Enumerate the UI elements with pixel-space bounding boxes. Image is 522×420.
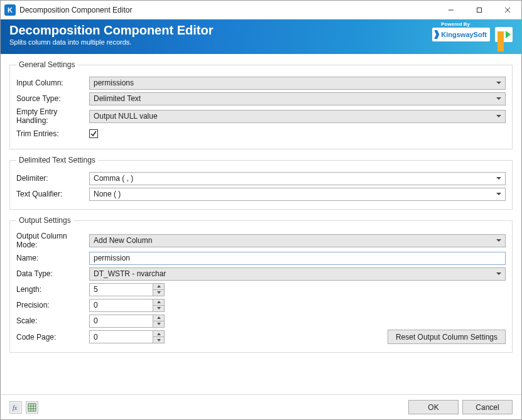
code-page-label: Code Page: xyxy=(16,333,89,342)
length-value: 5 xyxy=(90,284,153,296)
minimize-button[interactable] xyxy=(437,1,465,19)
close-icon xyxy=(504,7,511,13)
svg-rect-14 xyxy=(28,404,36,411)
output-settings-group: Output Settings Output Column Mode: Add … xyxy=(9,216,513,353)
ok-label: OK xyxy=(428,403,438,412)
source-type-value: Delimited Text xyxy=(94,94,141,103)
input-column-label: Input Column: xyxy=(16,78,89,87)
row-length: Length: 5 xyxy=(16,283,506,296)
code-page-value: 0 xyxy=(90,331,153,343)
svg-marker-7 xyxy=(157,307,161,310)
row-output-name: Name: permission xyxy=(16,251,506,265)
output-name-value: permission xyxy=(94,254,130,262)
close-button[interactable] xyxy=(493,1,521,19)
general-settings-legend: General Settings xyxy=(16,60,77,69)
banner-title: Decomposition Component Editor xyxy=(9,23,213,37)
output-mode-select[interactable]: Add New Column xyxy=(89,234,506,247)
svg-marker-9 xyxy=(157,323,161,325)
empty-handling-label: Empty Entry Handling: xyxy=(16,107,89,125)
trim-entries-label: Trim Entries: xyxy=(16,129,89,138)
row-output-mode: Output Column Mode: Add New Column xyxy=(16,232,506,249)
svg-marker-6 xyxy=(157,301,161,303)
reset-output-label: Reset Output Column Settings xyxy=(396,333,498,342)
code-page-spinner[interactable]: 0 xyxy=(89,330,165,343)
length-up-button[interactable] xyxy=(153,284,164,290)
svg-rect-1 xyxy=(477,8,481,12)
banner-right: Powered By KingswaySoft xyxy=(432,27,513,42)
scale-down-button[interactable] xyxy=(153,321,164,327)
data-type-label: Data Type: xyxy=(16,269,89,278)
brand-name: KingswaySoft xyxy=(441,31,487,38)
data-type-select[interactable]: DT_WSTR - nvarchar xyxy=(89,267,506,281)
window-title: Decomposition Component Editor xyxy=(19,6,437,14)
titlebar: K Decomposition Component Editor xyxy=(1,1,521,19)
output-settings-legend: Output Settings xyxy=(16,216,73,225)
precision-label: Precision: xyxy=(16,301,89,310)
app-icon-letter: K xyxy=(8,6,13,14)
precision-up-button[interactable] xyxy=(153,299,164,306)
brand-logo: Powered By KingswaySoft xyxy=(432,28,490,41)
cancel-label: Cancel xyxy=(476,403,499,412)
code-page-up-button[interactable] xyxy=(153,331,164,337)
length-down-button[interactable] xyxy=(153,290,164,296)
precision-down-button[interactable] xyxy=(153,306,164,311)
row-delimiter: Delimiter: Comma ( , ) xyxy=(16,171,506,185)
qualifier-select[interactable]: None ( ) xyxy=(89,188,506,201)
output-name-input[interactable]: permission xyxy=(89,252,506,265)
check-icon xyxy=(90,131,97,137)
scale-spinner[interactable]: 0 xyxy=(89,315,165,328)
delimiter-label: Delimiter: xyxy=(16,174,89,183)
input-column-select[interactable]: permissions xyxy=(89,77,506,90)
svg-marker-4 xyxy=(157,285,161,288)
grid-icon xyxy=(28,403,36,412)
row-qualifier: Text Qualifier: None ( ) xyxy=(16,187,506,201)
output-name-label: Name: xyxy=(16,254,89,262)
header-banner: Decomposition Component Editor Splits co… xyxy=(1,19,521,54)
input-column-value: permissions xyxy=(94,78,134,87)
scale-up-button[interactable] xyxy=(153,315,164,321)
cancel-button[interactable]: Cancel xyxy=(462,400,513,414)
chevron-down-icon xyxy=(157,307,161,310)
precision-spinner[interactable]: 0 xyxy=(89,299,165,312)
delimited-settings-legend: Delimited Text Settings xyxy=(16,156,98,164)
scale-label: Scale: xyxy=(16,316,89,325)
svg-marker-11 xyxy=(157,339,161,342)
maximize-button[interactable] xyxy=(465,1,493,19)
row-empty-handling: Empty Entry Handling: Output NULL value xyxy=(16,107,506,125)
precision-value: 0 xyxy=(90,299,153,311)
length-label: Length: xyxy=(16,285,89,294)
chevron-down-icon xyxy=(157,339,161,342)
empty-handling-select[interactable]: Output NULL value xyxy=(89,110,506,123)
delimiter-value: Comma ( , ) xyxy=(94,174,133,183)
row-code-page: Code Page: 0 Reset Output Column Setting… xyxy=(16,330,506,344)
expression-editor-button[interactable]: fx xyxy=(9,401,22,414)
chevron-up-icon xyxy=(157,333,161,335)
source-type-select[interactable]: Delimited Text xyxy=(89,92,506,105)
chevron-down-icon xyxy=(157,323,161,325)
output-mode-value: Add New Column xyxy=(94,236,152,245)
powered-by-label: Powered By xyxy=(441,21,470,27)
svg-marker-10 xyxy=(157,333,161,335)
window: K Decomposition Component Editor Decompo… xyxy=(0,0,522,420)
row-scale: Scale: 0 xyxy=(16,314,506,328)
length-spinner[interactable]: 5 xyxy=(89,283,165,296)
window-controls xyxy=(437,1,521,19)
delimiter-select[interactable]: Comma ( , ) xyxy=(89,172,506,185)
row-source-type: Source Type: Delimited Text xyxy=(16,92,506,105)
qualifier-value: None ( ) xyxy=(94,190,121,198)
svg-marker-5 xyxy=(157,291,161,294)
svg-text:fx: fx xyxy=(13,404,18,411)
ok-button[interactable]: OK xyxy=(408,400,459,414)
reset-output-button[interactable]: Reset Output Column Settings xyxy=(388,330,506,344)
code-page-down-button[interactable] xyxy=(153,337,164,343)
trim-entries-checkbox[interactable] xyxy=(89,129,98,138)
source-type-label: Source Type: xyxy=(16,94,89,103)
row-precision: Precision: 0 xyxy=(16,298,506,312)
data-type-value: DT_WSTR - nvarchar xyxy=(94,269,166,278)
chevron-down-icon xyxy=(157,291,161,294)
documentation-button[interactable] xyxy=(26,401,38,414)
banner-left: Decomposition Component Editor Splits co… xyxy=(9,23,213,46)
fx-icon: fx xyxy=(11,403,20,412)
row-input-column: Input Column: permissions xyxy=(16,76,506,90)
delimited-settings-group: Delimited Text Settings Delimiter: Comma… xyxy=(9,156,513,210)
